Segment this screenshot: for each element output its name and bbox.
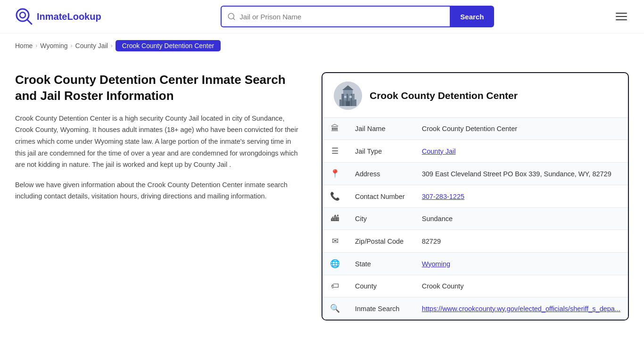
row-icon: 🏷 — [322, 275, 347, 297]
row-icon: ✉ — [322, 230, 347, 253]
info-card: Crook County Detention Center 🏛Jail Name… — [322, 72, 629, 321]
facility-image — [334, 82, 362, 110]
svg-rect-13 — [344, 96, 347, 98]
row-value[interactable]: https://www.crookcounty.wy.gov/elected_o… — [414, 297, 628, 320]
info-table: 🏛Jail NameCrook County Detention Center☰… — [322, 118, 628, 320]
table-row: 📞Contact Number307-283-1225 — [322, 185, 628, 208]
svg-line-4 — [233, 18, 235, 19]
card-header: Crook County Detention Center — [322, 73, 628, 118]
row-value: 82729 — [414, 230, 628, 253]
row-link[interactable]: https://www.crookcounty.wy.gov/elected_o… — [422, 305, 620, 313]
row-label: City — [347, 208, 414, 230]
row-icon: 🌐 — [322, 253, 347, 275]
facility-building-icon — [334, 82, 362, 110]
row-value[interactable]: County Jail — [414, 140, 628, 163]
search-input[interactable] — [239, 13, 444, 21]
row-link[interactable]: Wyoming — [422, 260, 450, 268]
table-row: 🌐StateWyoming — [322, 253, 628, 275]
row-label: County — [347, 275, 414, 297]
row-icon: 🏙 — [322, 208, 347, 230]
row-value: 309 East Cleveland Street PO Box 339, Su… — [414, 163, 628, 185]
row-link[interactable]: County Jail — [422, 148, 456, 155]
logo-link[interactable]: InmateLookup — [15, 8, 101, 25]
row-icon: 🏛 — [322, 118, 347, 140]
svg-rect-9 — [342, 94, 344, 106]
row-icon: 🔍 — [322, 297, 347, 320]
table-row: 🏙CitySundance — [322, 208, 628, 230]
row-value: Crook County Detention Center — [414, 118, 628, 140]
svg-rect-11 — [351, 94, 352, 106]
card-title: Crook County Detention Center — [370, 90, 518, 101]
header: InmateLookup Search — [0, 0, 644, 33]
search-bar: Search — [221, 6, 494, 27]
table-row: ☰Jail TypeCounty Jail — [322, 140, 628, 163]
breadcrumb-type[interactable]: County Jail — [75, 42, 108, 49]
table-row: 🔍Inmate Searchhttps://www.crookcounty.wy… — [322, 297, 628, 320]
breadcrumb-chevron-1: › — [35, 42, 37, 49]
breadcrumb-chevron-3: › — [111, 42, 113, 49]
row-value[interactable]: 307-283-1225 — [414, 185, 628, 208]
table-row: 🏛Jail NameCrook County Detention Center — [322, 118, 628, 140]
breadcrumb-home[interactable]: Home — [15, 42, 33, 49]
search-button[interactable]: Search — [450, 6, 494, 27]
main-content: Crook County Detention Center Inmate Sea… — [0, 58, 644, 335]
hamburger-menu[interactable] — [614, 11, 629, 22]
row-label: State — [347, 253, 414, 275]
row-icon: 📞 — [322, 185, 347, 208]
search-input-wrap — [221, 6, 450, 27]
row-link[interactable]: 307-283-1225 — [422, 193, 464, 200]
logo-icon — [15, 8, 33, 25]
row-label: Address — [347, 163, 414, 185]
svg-line-1 — [27, 20, 32, 24]
row-label: Jail Type — [347, 140, 414, 163]
row-value: Crook County — [414, 275, 628, 297]
row-icon: 📍 — [322, 163, 347, 185]
table-row: 📍Address309 East Cleveland Street PO Box… — [322, 163, 628, 185]
row-label: Zip/Postal Code — [347, 230, 414, 253]
hamburger-line-2 — [616, 16, 627, 17]
page-desc-2: Below we have given information about th… — [15, 179, 303, 202]
breadcrumb-chevron-2: › — [71, 42, 73, 49]
page-title: Crook County Detention Center Inmate Sea… — [15, 72, 303, 104]
svg-rect-14 — [349, 96, 352, 98]
breadcrumb-state[interactable]: Wyoming — [40, 42, 67, 49]
row-label: Jail Name — [347, 118, 414, 140]
row-icon: ☰ — [322, 140, 347, 163]
svg-rect-12 — [346, 101, 350, 106]
left-panel: Crook County Detention Center Inmate Sea… — [15, 72, 322, 321]
row-value[interactable]: Wyoming — [414, 253, 628, 275]
table-row: ✉Zip/Postal Code82729 — [322, 230, 628, 253]
logo-text: InmateLookup — [37, 11, 101, 22]
svg-point-2 — [20, 12, 25, 18]
hamburger-line-3 — [616, 19, 627, 20]
table-row: 🏷CountyCrook County — [322, 275, 628, 297]
row-label: Contact Number — [347, 185, 414, 208]
search-icon — [227, 12, 236, 21]
row-label: Inmate Search — [347, 297, 414, 320]
row-value: Sundance — [414, 208, 628, 230]
hamburger-line-1 — [616, 13, 627, 14]
breadcrumb-current: Crook County Detention Center — [116, 40, 221, 51]
breadcrumb: Home › Wyoming › County Jail › Crook Cou… — [0, 33, 644, 58]
page-desc-1: Crook County Detention Center is a high … — [15, 113, 303, 171]
